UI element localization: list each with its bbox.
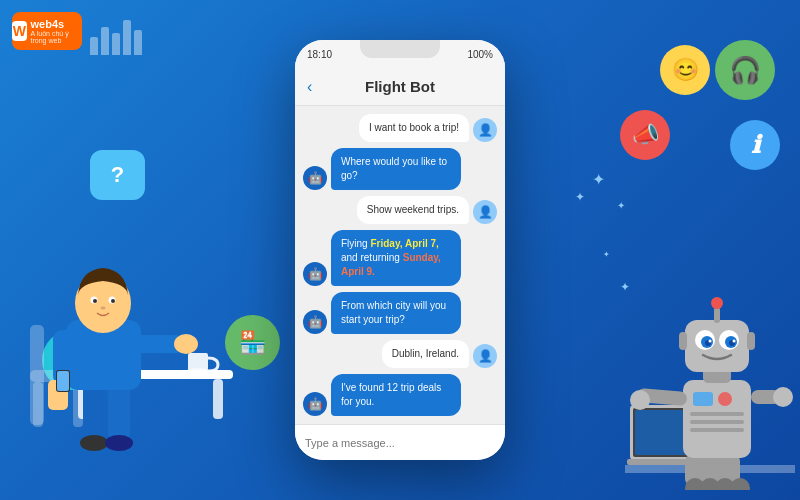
headset-icon: 🎧 xyxy=(729,55,761,86)
svg-point-12 xyxy=(105,435,133,451)
svg-rect-3 xyxy=(33,382,43,427)
info-bubble: ℹ xyxy=(730,120,780,170)
bot-bubble-5: From which city will you start your trip… xyxy=(331,292,461,334)
person-illustration xyxy=(18,175,238,485)
chat-message-7: 🤖 I've found 12 trip deals for you. xyxy=(303,374,497,416)
bot-avatar-2: 🤖 xyxy=(303,166,327,190)
svg-rect-58 xyxy=(679,332,687,350)
bot-avatar-5: 🤖 xyxy=(303,310,327,334)
svg-point-55 xyxy=(733,340,736,343)
svg-rect-9 xyxy=(83,382,105,442)
svg-rect-41 xyxy=(690,428,744,432)
bot-avatar-7: 🤖 xyxy=(303,392,327,416)
sparkle-4: ✦ xyxy=(620,280,630,294)
input-bar xyxy=(295,424,505,460)
svg-point-8 xyxy=(186,368,210,374)
svg-rect-37 xyxy=(693,392,713,406)
background-chart xyxy=(90,20,142,55)
svg-point-11 xyxy=(80,435,108,451)
user-bubble-1: I want to book a trip! xyxy=(359,114,469,142)
message-input[interactable] xyxy=(305,437,495,449)
phone-title: Flight Bot xyxy=(365,78,435,95)
back-button[interactable]: ‹ xyxy=(307,78,312,96)
status-battery: 100% xyxy=(467,49,493,60)
smiley-icon: 😊 xyxy=(672,57,699,83)
svg-point-23 xyxy=(93,299,97,303)
highlight-sunday: Sunday, April 9. xyxy=(341,252,441,277)
logo-tagline: A luôn chú ý trong web xyxy=(31,30,82,44)
phone-mockup: 18:10 100% ‹ Flight Bot 👤 I want to book… xyxy=(295,40,505,460)
logo-w-icon: W xyxy=(12,21,27,41)
megaphone-icon: 📣 xyxy=(632,122,659,148)
logo: W web4s A luôn chú ý trong web xyxy=(12,12,82,50)
svg-point-24 xyxy=(111,299,115,303)
right-bubble-area: 😊 🎧 📣 ℹ xyxy=(590,30,790,490)
svg-point-25 xyxy=(101,307,106,310)
user-avatar-6: 👤 xyxy=(473,344,497,368)
user-bubble-3: Show weekend trips. xyxy=(357,196,469,224)
chat-message-2: 🤖 Where would you like to go? xyxy=(303,148,497,190)
status-time: 18:10 xyxy=(307,49,332,60)
megaphone-bubble: 📣 xyxy=(620,110,670,160)
chat-area: 👤 I want to book a trip! 🤖 Where would y… xyxy=(295,106,505,424)
svg-rect-36 xyxy=(683,380,751,458)
phone-header: ‹ Flight Bot xyxy=(295,68,505,106)
chat-message-6: 👤 Dublin, Ireland. xyxy=(303,340,497,368)
bot-bubble-2: Where would you like to go? xyxy=(331,148,461,190)
user-avatar-1: 👤 xyxy=(473,118,497,142)
info-icon: ℹ xyxy=(751,131,760,159)
smiley-bubble: 😊 xyxy=(660,45,710,95)
sparkle-1: ✦ xyxy=(592,170,605,189)
svg-rect-10 xyxy=(108,382,130,442)
sparkle-3: ✦ xyxy=(575,190,585,204)
sparkle-5: ✦ xyxy=(603,250,610,259)
bot-bubble-7: I've found 12 trip deals for you. xyxy=(331,374,461,416)
robot-illustration xyxy=(625,170,795,490)
highlight-friday: Friday, April 7, xyxy=(370,238,438,249)
logo-brand: web4s xyxy=(31,19,82,30)
svg-rect-59 xyxy=(747,332,755,350)
bot-bubble-4: Flying Friday, April 7, and returning Su… xyxy=(331,230,461,286)
chat-message-3: 👤 Show weekend trips. xyxy=(303,196,497,224)
user-avatar-3: 👤 xyxy=(473,200,497,224)
svg-point-54 xyxy=(709,340,712,343)
svg-rect-40 xyxy=(690,420,744,424)
phone-notch xyxy=(360,40,440,58)
svg-point-45 xyxy=(773,387,793,407)
sparkle-2: ✦ xyxy=(617,200,625,211)
svg-point-19 xyxy=(174,334,198,354)
svg-rect-47 xyxy=(685,320,749,372)
svg-point-38 xyxy=(718,392,732,406)
svg-rect-6 xyxy=(213,379,223,419)
svg-rect-56 xyxy=(714,307,720,323)
user-bubble-6: Dublin, Ireland. xyxy=(382,340,469,368)
store-icon: 🏪 xyxy=(239,330,266,356)
chat-message-4: 🤖 Flying Friday, April 7, and returning … xyxy=(303,230,497,286)
chat-message-1: 👤 I want to book a trip! xyxy=(303,114,497,142)
chat-message-5: 🤖 From which city will you start your tr… xyxy=(303,292,497,334)
bot-avatar-4: 🤖 xyxy=(303,262,327,286)
svg-point-57 xyxy=(711,297,723,309)
headset-bubble: 🎧 xyxy=(715,40,775,100)
svg-rect-39 xyxy=(690,412,744,416)
svg-point-43 xyxy=(630,390,650,410)
svg-rect-17 xyxy=(57,371,69,391)
